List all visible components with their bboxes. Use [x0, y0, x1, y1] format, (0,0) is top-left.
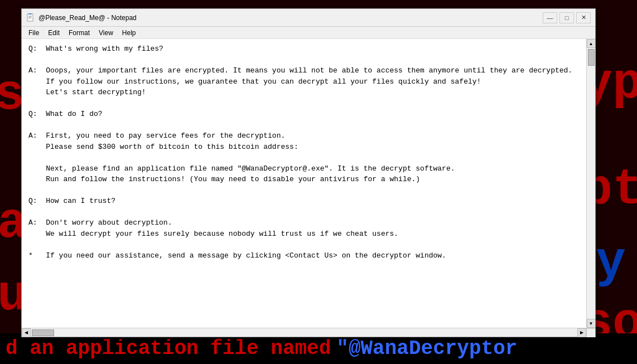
bottom-banner-text-red: d an application file named: [0, 337, 331, 360]
scroll-thumb-v[interactable]: [588, 49, 595, 66]
bg-char-y: y: [596, 234, 626, 291]
scroll-up-button[interactable]: ▲: [587, 39, 596, 48]
bottom-banner: d an application file named "@WanaDecryp…: [0, 333, 637, 364]
scroll-track-v[interactable]: [587, 67, 595, 319]
title-bar-left: @Please_Read_Me@ - Notepad: [26, 13, 137, 22]
menu-file[interactable]: File: [24, 28, 44, 38]
scroll-left-button[interactable]: ◀: [22, 328, 31, 337]
menu-format[interactable]: Format: [64, 28, 94, 38]
notepad-text-content[interactable]: Q: What's wrong with my files? A: Ooops,…: [22, 39, 586, 328]
scroll-right-button[interactable]: ▶: [577, 328, 586, 337]
scroll-down-button[interactable]: ▼: [587, 319, 596, 328]
notepad-icon: [26, 13, 35, 22]
scroll-thumb-h[interactable]: [32, 329, 54, 336]
content-area: Q: What's wrong with my files? A: Ooops,…: [22, 39, 595, 328]
title-bar-controls: — □ ✕: [543, 12, 591, 23]
svg-rect-1: [28, 13, 32, 14]
horizontal-scrollbar[interactable]: ◀ ▶: [22, 328, 595, 337]
menu-edit[interactable]: Edit: [44, 28, 64, 38]
title-bar: @Please_Read_Me@ - Notepad — □ ✕: [22, 9, 595, 27]
minimize-button[interactable]: —: [543, 12, 557, 23]
vertical-scrollbar[interactable]: ▲ ▼: [586, 39, 595, 328]
close-button[interactable]: ✕: [576, 12, 591, 23]
window-title: @Please_Read_Me@ - Notepad: [38, 14, 137, 22]
notepad-window: @Please_Read_Me@ - Notepad — □ ✕ File Ed…: [21, 8, 596, 337]
menu-view[interactable]: View: [94, 28, 118, 38]
menu-bar: File Edit Format View Help: [22, 27, 595, 39]
scrollbar-corner: [586, 328, 595, 337]
bottom-banner-text-blue: "@WanaDecryptor: [331, 337, 517, 360]
menu-help[interactable]: Help: [118, 28, 141, 38]
maximize-button[interactable]: □: [559, 12, 574, 23]
